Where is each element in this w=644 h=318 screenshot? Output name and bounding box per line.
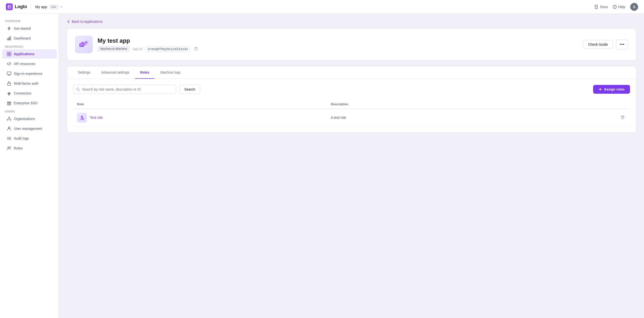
avatar[interactable]: S [630, 3, 638, 11]
app-info: My test app Machine-to-Machine App ID ar… [98, 37, 578, 52]
check-guide-button[interactable]: Check Guide [583, 40, 613, 49]
building-icon [7, 101, 11, 105]
role-cell: Test role [73, 109, 327, 127]
svg-point-34 [10, 120, 11, 121]
lock-icon [7, 81, 11, 86]
tab-machine-logs[interactable]: Machine logs [155, 66, 186, 79]
search-row: Search Assign roles [73, 85, 630, 94]
svg-rect-12 [8, 37, 10, 40]
roles-tab-content: Search Assign roles Role Description [67, 79, 636, 133]
app-icon [75, 36, 93, 53]
layout: OVERVIEW Get started Dashboard RESOURCES… [0, 14, 644, 318]
sidebar: OVERVIEW Get started Dashboard RESOURCES… [0, 14, 59, 318]
svg-line-37 [9, 119, 10, 120]
svg-rect-61 [622, 116, 624, 119]
more-options-button[interactable]: ••• [616, 39, 628, 50]
svg-rect-60 [82, 118, 84, 120]
org-icon [7, 117, 11, 121]
sidebar-item-label: Dashboard [14, 36, 31, 40]
svg-rect-29 [9, 103, 10, 104]
app-illustration [78, 39, 89, 50]
search-input-wrap [73, 85, 176, 94]
apps-icon [7, 52, 11, 56]
sidebar-item-applications[interactable]: Applications [2, 49, 57, 59]
sidebar-item-multi-factor-auth[interactable]: Multi-factor auth [2, 79, 57, 88]
chevron-down-icon[interactable]: ▾ [60, 5, 62, 8]
help-button[interactable]: ? Help [613, 5, 625, 9]
sidebar-item-label: Roles [14, 146, 22, 150]
topbar-app: My app Dev ▾ [35, 5, 62, 9]
logo-text: Logto [15, 4, 27, 9]
svg-rect-1 [10, 5, 11, 7]
sidebar-item-dashboard[interactable]: Dashboard [2, 34, 57, 43]
sidebar-item-enterprise-sso[interactable]: Enterprise SSO [2, 98, 57, 108]
app-id-label: App ID [133, 47, 142, 51]
svg-rect-13 [10, 36, 11, 40]
app-title: My test app [98, 37, 578, 44]
back-to-applications-link[interactable]: Back to Applications [67, 20, 636, 23]
role-name-link[interactable]: Test role [90, 116, 103, 120]
tabs-container: Settings Advanced settings Roles Machine… [67, 66, 636, 133]
svg-point-38 [8, 127, 10, 128]
code-icon [7, 62, 11, 66]
app-type-badge: Machine-to-Machine [98, 46, 130, 51]
svg-point-59 [81, 116, 83, 118]
role-description: A test role [331, 116, 346, 120]
copy-icon [194, 47, 198, 50]
sidebar-item-sign-in-experience[interactable]: Sign-in experience [2, 69, 57, 78]
role-avatar [77, 113, 87, 123]
svg-rect-51 [82, 44, 83, 45]
svg-rect-22 [8, 83, 10, 85]
delete-role-button[interactable] [619, 114, 626, 122]
assign-roles-label: Assign roles [604, 87, 624, 91]
svg-point-32 [8, 117, 10, 118]
help-label: Help [618, 5, 625, 9]
app-meta: Machine-to-Machine App ID areeq8fhmy9szu… [98, 46, 578, 52]
sidebar-item-api-resources[interactable]: API resources [2, 59, 57, 68]
svg-point-23 [8, 94, 10, 95]
tab-advanced-settings[interactable]: Advanced settings [96, 66, 134, 79]
search-button[interactable]: Search [179, 85, 200, 94]
role-avatar-icon [79, 115, 84, 120]
col-description: Description [327, 100, 519, 109]
col-actions [519, 100, 630, 109]
sidebar-item-get-started[interactable]: Get started [2, 24, 57, 33]
sidebar-item-label: API resources [14, 62, 36, 66]
col-role: Role [73, 100, 327, 109]
copy-app-id-button[interactable] [193, 46, 198, 51]
svg-text:?: ? [614, 6, 616, 8]
topbar-env-badge: Dev [49, 5, 58, 9]
svg-rect-15 [9, 52, 11, 54]
docs-button[interactable]: Docs [594, 5, 608, 9]
tab-roles[interactable]: Roles [135, 66, 154, 79]
svg-line-18 [8, 62, 10, 65]
app-actions: Check Guide ••• [583, 39, 628, 50]
resources-section-label: RESOURCES [0, 43, 59, 49]
sidebar-item-label: Audit logs [14, 137, 29, 140]
role-actions-cell [519, 109, 630, 127]
svg-point-33 [7, 120, 8, 121]
svg-rect-28 [8, 103, 9, 104]
sidebar-item-roles[interactable]: Roles [2, 144, 57, 153]
plug-icon [7, 91, 11, 95]
sidebar-item-label: Organizations [14, 117, 35, 121]
monitor-icon [7, 71, 11, 76]
trash-icon [621, 115, 624, 119]
svg-rect-14 [7, 52, 9, 54]
svg-rect-53 [85, 41, 87, 43]
sidebar-item-connectors[interactable]: Connectors [2, 89, 57, 98]
logo-icon [6, 3, 13, 10]
assign-roles-button[interactable]: Assign roles [593, 85, 630, 94]
roles-table: Role Description [73, 100, 630, 127]
sidebar-item-organizations[interactable]: Organizations [2, 114, 57, 123]
sidebar-item-user-management[interactable]: User management [2, 124, 57, 133]
sidebar-item-label: User management [14, 127, 42, 131]
tab-settings[interactable]: Settings [73, 66, 95, 79]
svg-rect-17 [9, 54, 11, 56]
sidebar-item-audit-logs[interactable]: Audit logs [2, 134, 57, 143]
search-input[interactable] [73, 85, 176, 94]
more-icon: ••• [620, 42, 624, 47]
topbar-appname: My app [35, 5, 47, 9]
user-icon [7, 126, 11, 131]
back-link-label: Back to Applications [72, 20, 102, 23]
